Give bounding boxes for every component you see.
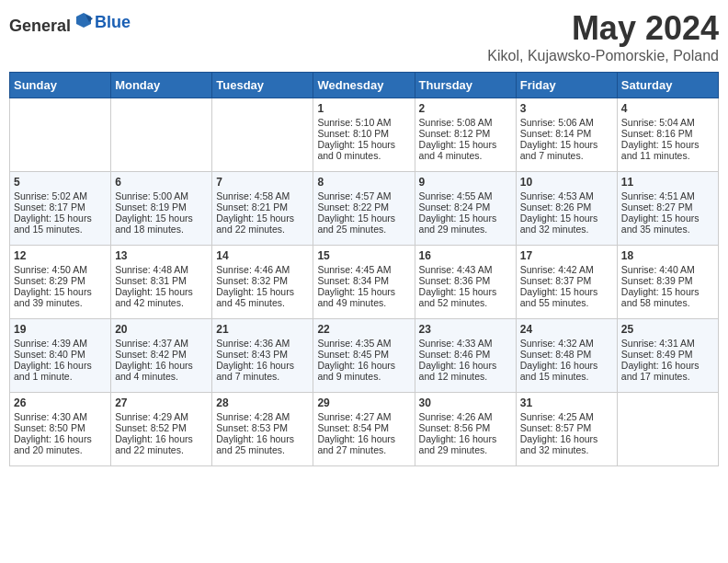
calendar-cell: 15Sunrise: 4:45 AMSunset: 8:34 PMDayligh…	[313, 246, 415, 319]
sunrise-text: Sunrise: 4:26 AM	[419, 411, 512, 422]
daylight-text: Daylight: 15 hours and 7 minutes.	[520, 139, 613, 161]
day-number: 17	[520, 249, 613, 262]
daylight-text: Daylight: 15 hours and 0 minutes.	[317, 139, 410, 161]
day-number: 28	[216, 396, 309, 409]
sunrise-text: Sunrise: 4:25 AM	[520, 411, 613, 422]
sunset-text: Sunset: 8:43 PM	[216, 349, 309, 360]
calendar-cell: 29Sunrise: 4:27 AMSunset: 8:54 PMDayligh…	[313, 393, 415, 466]
daylight-text: Daylight: 15 hours and 22 minutes.	[216, 213, 309, 235]
day-header-sunday: Sunday	[10, 73, 111, 98]
page-header: General Blue May 2024 Kikol, Kujawsko-Po…	[9, 9, 719, 64]
sunrise-text: Sunrise: 5:10 AM	[317, 117, 410, 128]
sunrise-text: Sunrise: 4:42 AM	[520, 264, 613, 275]
day-number: 29	[317, 396, 410, 409]
sunrise-text: Sunrise: 4:58 AM	[216, 190, 309, 201]
day-number: 19	[14, 323, 107, 336]
daylight-text: Daylight: 16 hours and 17 minutes.	[621, 360, 714, 382]
sunset-text: Sunset: 8:45 PM	[317, 349, 410, 360]
day-number: 1	[317, 102, 410, 115]
day-number: 10	[520, 176, 613, 189]
daylight-text: Daylight: 16 hours and 20 minutes.	[14, 433, 107, 455]
sunset-text: Sunset: 8:32 PM	[216, 275, 309, 286]
day-number: 23	[419, 323, 512, 336]
sunrise-text: Sunrise: 4:33 AM	[419, 338, 512, 349]
day-number: 21	[216, 323, 309, 336]
day-number: 12	[14, 249, 107, 262]
day-number: 18	[621, 249, 714, 262]
calendar-cell: 12Sunrise: 4:50 AMSunset: 8:29 PMDayligh…	[10, 246, 111, 319]
daylight-text: Daylight: 15 hours and 15 minutes.	[14, 213, 107, 235]
sunrise-text: Sunrise: 4:35 AM	[317, 338, 410, 349]
sunset-text: Sunset: 8:17 PM	[14, 201, 107, 213]
calendar-cell: 22Sunrise: 4:35 AMSunset: 8:45 PMDayligh…	[313, 319, 415, 393]
day-header-tuesday: Tuesday	[212, 73, 313, 98]
day-number: 15	[317, 249, 410, 262]
daylight-text: Daylight: 15 hours and 45 minutes.	[216, 286, 309, 308]
day-number: 9	[419, 176, 512, 189]
calendar-cell: 24Sunrise: 4:32 AMSunset: 8:48 PMDayligh…	[516, 319, 617, 393]
day-number: 26	[14, 396, 107, 409]
day-number: 14	[216, 249, 309, 262]
calendar-cell: 6Sunrise: 5:00 AMSunset: 8:19 PMDaylight…	[111, 172, 212, 246]
calendar-cell	[212, 98, 313, 172]
calendar-cell: 20Sunrise: 4:37 AMSunset: 8:42 PMDayligh…	[111, 319, 212, 393]
sunrise-text: Sunrise: 4:43 AM	[419, 264, 512, 275]
sunrise-text: Sunrise: 4:28 AM	[216, 411, 309, 422]
calendar-cell: 11Sunrise: 4:51 AMSunset: 8:27 PMDayligh…	[617, 172, 718, 246]
daylight-text: Daylight: 16 hours and 1 minute.	[14, 360, 107, 382]
sunrise-text: Sunrise: 5:00 AM	[115, 190, 208, 201]
sunrise-text: Sunrise: 4:31 AM	[621, 338, 714, 349]
sunrise-text: Sunrise: 4:32 AM	[520, 338, 613, 349]
calendar-cell: 10Sunrise: 4:53 AMSunset: 8:26 PMDayligh…	[516, 172, 617, 246]
calendar-cell: 7Sunrise: 4:58 AMSunset: 8:21 PMDaylight…	[212, 172, 313, 246]
day-header-monday: Monday	[111, 73, 212, 98]
day-number: 31	[520, 396, 613, 409]
daylight-text: Daylight: 15 hours and 32 minutes.	[520, 213, 613, 235]
daylight-text: Daylight: 15 hours and 42 minutes.	[115, 286, 208, 308]
sunrise-text: Sunrise: 4:27 AM	[317, 411, 410, 422]
sunrise-text: Sunrise: 4:29 AM	[115, 411, 208, 422]
day-number: 6	[115, 176, 208, 189]
sunrise-text: Sunrise: 5:04 AM	[621, 117, 714, 128]
calendar-cell: 25Sunrise: 4:31 AMSunset: 8:49 PMDayligh…	[617, 319, 718, 393]
daylight-text: Daylight: 15 hours and 49 minutes.	[317, 286, 410, 308]
calendar-cell: 2Sunrise: 5:08 AMSunset: 8:12 PMDaylight…	[415, 98, 516, 172]
sunrise-text: Sunrise: 4:50 AM	[14, 264, 107, 275]
calendar-cell: 19Sunrise: 4:39 AMSunset: 8:40 PMDayligh…	[10, 319, 111, 393]
daylight-text: Daylight: 15 hours and 52 minutes.	[419, 286, 512, 308]
sunrise-text: Sunrise: 4:55 AM	[419, 190, 512, 201]
calendar-cell: 31Sunrise: 4:25 AMSunset: 8:57 PMDayligh…	[516, 393, 617, 466]
calendar-table: SundayMondayTuesdayWednesdayThursdayFrid…	[9, 72, 719, 466]
sunset-text: Sunset: 8:46 PM	[419, 349, 512, 360]
day-header-wednesday: Wednesday	[313, 73, 415, 98]
day-number: 25	[621, 323, 714, 336]
sunrise-text: Sunrise: 4:37 AM	[115, 338, 208, 349]
day-number: 4	[621, 102, 714, 115]
day-header-saturday: Saturday	[617, 73, 718, 98]
logo: General Blue	[9, 9, 131, 36]
calendar-cell: 3Sunrise: 5:06 AMSunset: 8:14 PMDaylight…	[516, 98, 617, 172]
sunrise-text: Sunrise: 4:30 AM	[14, 411, 107, 422]
daylight-text: Daylight: 15 hours and 39 minutes.	[14, 286, 107, 308]
day-number: 7	[216, 176, 309, 189]
daylight-text: Daylight: 16 hours and 7 minutes.	[216, 360, 309, 382]
sunset-text: Sunset: 8:31 PM	[115, 275, 208, 286]
sunset-text: Sunset: 8:48 PM	[520, 349, 613, 360]
logo-general-text: General	[9, 17, 71, 35]
days-header-row: SundayMondayTuesdayWednesdayThursdayFrid…	[10, 73, 719, 98]
day-number: 27	[115, 396, 208, 409]
sunset-text: Sunset: 8:34 PM	[317, 275, 410, 286]
day-number: 22	[317, 323, 410, 336]
sunrise-text: Sunrise: 4:40 AM	[621, 264, 714, 275]
calendar-cell: 17Sunrise: 4:42 AMSunset: 8:37 PMDayligh…	[516, 246, 617, 319]
sunset-text: Sunset: 8:10 PM	[317, 128, 410, 139]
calendar-cell: 14Sunrise: 4:46 AMSunset: 8:32 PMDayligh…	[212, 246, 313, 319]
sunset-text: Sunset: 8:27 PM	[621, 201, 714, 213]
daylight-text: Daylight: 15 hours and 4 minutes.	[419, 139, 512, 161]
day-number: 11	[621, 176, 714, 189]
calendar-cell: 18Sunrise: 4:40 AMSunset: 8:39 PMDayligh…	[617, 246, 718, 319]
day-number: 8	[317, 176, 410, 189]
sunrise-text: Sunrise: 5:06 AM	[520, 117, 613, 128]
sunset-text: Sunset: 8:37 PM	[520, 275, 613, 286]
calendar-cell: 5Sunrise: 5:02 AMSunset: 8:17 PMDaylight…	[10, 172, 111, 246]
